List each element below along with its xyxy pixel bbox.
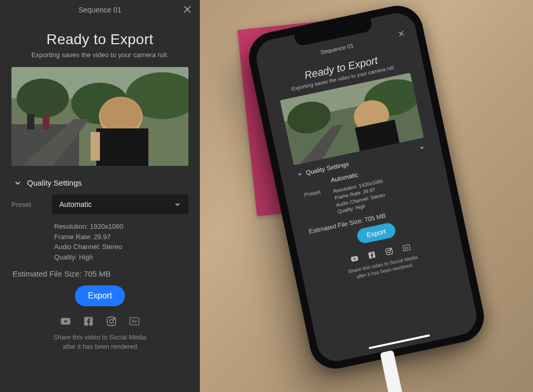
export-panel: Sequence 01 Ready to Export Exporting sa… [0,0,200,392]
svg-text:Be: Be [404,246,409,250]
svg-rect-12 [91,132,100,161]
behance-icon[interactable]: Be [129,316,140,327]
phone-export-details: Resolution: 1920x1080 Frame Rate: 29.97 … [333,177,388,215]
phone-export-button: Export [356,222,397,245]
svg-rect-35 [386,248,393,255]
chevron-down-icon [174,201,181,208]
svg-point-20 [113,318,115,319]
instagram-icon [384,246,394,256]
detail-resolution-key: Resolution [54,223,90,230]
phone-preset-label: Preset [303,189,321,198]
close-icon[interactable] [182,4,193,15]
phone-preset-value: Automatic [330,171,359,184]
close-icon [397,29,406,38]
preset-label: Preset [11,201,41,208]
svg-point-5 [17,79,69,118]
detail-quality-key: Quality [54,253,79,261]
export-button[interactable]: Export [75,285,125,306]
video-thumbnail [11,67,188,166]
detail-audio-value: Stereo [103,243,122,251]
facebook-icon [367,250,377,260]
iphone-device: Sequence 01 Ready to Export Exporting sa… [244,1,489,373]
instagram-icon[interactable] [106,316,117,327]
detail-framerate-key: Frame Rate [54,233,94,241]
preset-dropdown[interactable]: Automatic [52,194,188,214]
home-indicator [369,334,430,349]
youtube-icon [350,254,360,264]
est-value: 705 MB [84,269,111,278]
export-details: Resolution1920x1080 Frame Rate29.97 Audi… [11,221,188,262]
detail-quality-value: High [79,253,93,261]
share-note: Share this video to Social Media after i… [11,333,188,351]
facebook-icon[interactable] [83,316,94,327]
svg-rect-13 [27,114,34,129]
estimated-file-size: Estimated File Size: 705 MB [11,269,188,278]
social-icons-row: Be [11,316,188,327]
svg-rect-14 [43,115,49,129]
detail-resolution-value: 1920x1080 [90,223,123,230]
panel-header: Sequence 01 [0,0,200,20]
svg-point-10 [100,97,142,133]
chevron-down-icon [418,144,425,151]
quality-settings-label: Quality Settings [27,178,82,187]
preset-value: Automatic [59,200,92,208]
charging-cable [380,350,403,392]
svg-point-36 [387,250,390,253]
detail-audio-key: Audio Channel [54,243,103,251]
share-note-line2: after it has been rendered [62,343,137,350]
svg-point-37 [390,249,391,250]
youtube-icon[interactable] [60,316,71,327]
share-note-line1: Share this video to Social Media [54,334,147,341]
page-subtitle: Exporting saves the video to your camera… [11,51,188,59]
page-title: Ready to Export [11,31,188,48]
desk-photo-scene: Sequence 01 Ready to Export Exporting sa… [200,0,533,392]
phone-screen: Sequence 01 Ready to Export Exporting sa… [253,9,480,364]
sequence-name: Sequence 01 [79,6,122,14]
behance-icon: Be [401,243,411,253]
svg-point-19 [109,319,113,323]
svg-text:Be: Be [132,319,137,324]
chevron-down-icon [14,179,22,187]
svg-rect-11 [96,128,148,166]
detail-framerate-value: 29.97 [94,233,111,241]
quality-settings-toggle[interactable]: Quality Settings [11,178,188,187]
est-label: Estimated File Size [12,269,79,278]
svg-line-24 [399,31,404,36]
